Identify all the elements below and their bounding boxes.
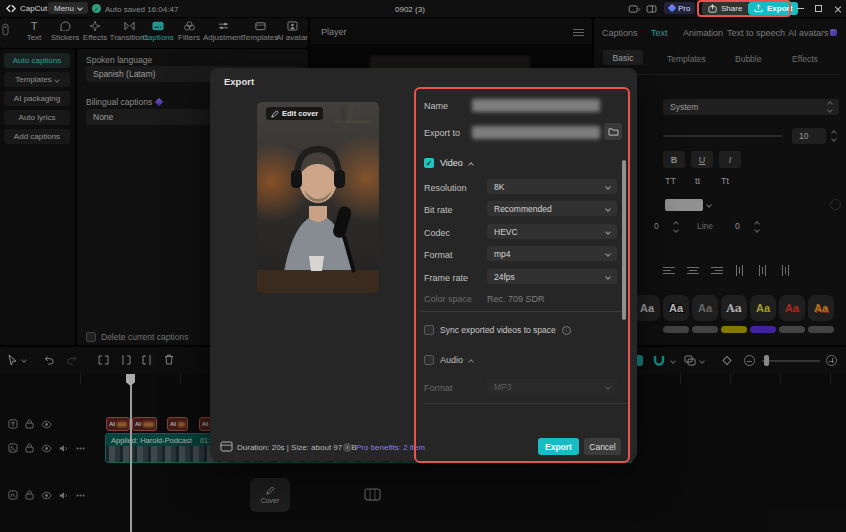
export-confirm-button[interactable]: Export xyxy=(538,438,579,455)
audio-format-value: MP3 xyxy=(494,382,511,392)
pro-badge[interactable]: Pro xyxy=(664,2,695,14)
minimize-button[interactable] xyxy=(797,8,804,9)
menu-label: Menu xyxy=(54,4,74,13)
chevron-down-icon xyxy=(605,274,611,280)
codec-value: HEVC xyxy=(494,227,518,237)
maximize-button[interactable] xyxy=(815,5,822,12)
autosave-check-icon: ✓ xyxy=(92,4,101,13)
format-select[interactable]: mp4 xyxy=(487,246,617,261)
cover-preview: Edit cover xyxy=(257,102,379,293)
file-size-icon xyxy=(220,441,233,452)
divider xyxy=(424,403,626,404)
export-dialog: Export Edit cove xyxy=(210,68,637,461)
edit-cover-button[interactable]: Edit cover xyxy=(266,107,323,120)
chevron-up-icon xyxy=(468,162,474,168)
autosave-status: Auto saved 16:04:47 xyxy=(105,5,178,14)
sync-to-space-row[interactable]: Sync exported videos to space i xyxy=(424,325,571,335)
chevron-down-icon xyxy=(605,229,611,235)
framerate-select[interactable]: 24fps xyxy=(487,269,617,284)
audio-section-label: Audio xyxy=(440,355,463,365)
audio-format-select: MP3 xyxy=(487,379,617,394)
audio-format-label: Format xyxy=(424,383,453,393)
edit-cover-label: Edit cover xyxy=(282,109,318,118)
export-meta: Duration: 20s | Size: about 97 MB xyxy=(237,443,356,452)
name-value-blurred[interactable] xyxy=(472,99,600,112)
share-button[interactable]: Share xyxy=(702,2,748,15)
framerate-value: 24fps xyxy=(494,272,515,282)
chevron-down-icon xyxy=(77,5,83,11)
chevron-down-icon xyxy=(605,184,611,190)
pro-label: Pro xyxy=(678,4,690,13)
resolution-value: 8K xyxy=(494,182,504,192)
app-name: CapCut xyxy=(20,4,47,13)
export-to-label: Export to xyxy=(424,128,460,138)
format-label: Format xyxy=(424,250,453,260)
cancel-button[interactable]: Cancel xyxy=(584,438,621,455)
share-label: Share xyxy=(721,4,742,13)
name-label: Name xyxy=(424,101,448,111)
share-icon xyxy=(708,4,717,13)
colorspace-value: Rec. 709 SDR xyxy=(487,294,545,304)
audio-section-toggle[interactable]: Audio xyxy=(424,355,473,365)
export-path-blurred[interactable] xyxy=(472,126,600,139)
podcast-host-illustration xyxy=(257,102,379,293)
browse-folder-button[interactable] xyxy=(604,123,622,140)
edit-pencil-icon xyxy=(271,110,279,118)
folder-icon xyxy=(608,127,619,136)
framerate-label: Frame rate xyxy=(424,273,468,283)
pro-benefits-link[interactable]: Pro benefits: 2 item xyxy=(356,443,425,452)
export-icon xyxy=(754,4,763,13)
chevron-down-icon xyxy=(605,251,611,257)
cancel-label: Cancel xyxy=(589,442,615,452)
codec-select[interactable]: HEVC xyxy=(487,224,617,239)
export-label: Export xyxy=(767,4,792,13)
sync-checkbox[interactable] xyxy=(424,325,434,335)
close-button[interactable] xyxy=(834,5,842,13)
format-value: mp4 xyxy=(494,249,511,259)
chevron-down-icon xyxy=(605,206,611,212)
sync-label: Sync exported videos to space xyxy=(440,325,556,335)
video-section-label: Video xyxy=(440,158,463,168)
chevron-down-icon xyxy=(605,384,611,390)
chevron-up-icon xyxy=(468,359,474,365)
video-checkbox[interactable]: ✓ xyxy=(424,158,434,168)
document-title: 0902 (3) xyxy=(395,5,425,14)
export-button-titlebar[interactable]: Export xyxy=(748,2,798,15)
bitrate-label: Bit rate xyxy=(424,205,453,215)
dialog-title: Export xyxy=(224,76,254,87)
pro-gem-icon xyxy=(668,4,676,12)
panels-icon[interactable] xyxy=(646,5,657,13)
menu-button[interactable]: Menu xyxy=(48,2,88,14)
export-confirm-label: Export xyxy=(545,442,572,452)
colorspace-label: Color space xyxy=(424,294,472,304)
resolution-label: Resolution xyxy=(424,183,467,193)
resolution-select[interactable]: 8K xyxy=(487,179,617,194)
audio-checkbox[interactable] xyxy=(424,355,434,365)
divider xyxy=(420,311,626,312)
dialog-scrollbar[interactable] xyxy=(622,160,626,320)
info-icon: i xyxy=(343,443,352,452)
bitrate-select[interactable]: Recommended xyxy=(487,201,617,216)
capcut-logo-icon xyxy=(6,4,16,13)
titlebar: CapCut Menu ✓ Auto saved 16:04:47 0902 (… xyxy=(0,0,846,17)
video-section-toggle[interactable]: ✓ Video xyxy=(424,158,473,168)
capcut-window: CapCut Menu ✓ Auto saved 16:04:47 0902 (… xyxy=(0,0,846,532)
layout-icon[interactable] xyxy=(628,5,641,13)
codec-label: Codec xyxy=(424,228,450,238)
bitrate-value: Recommended xyxy=(494,204,552,214)
info-icon: i xyxy=(562,326,571,335)
